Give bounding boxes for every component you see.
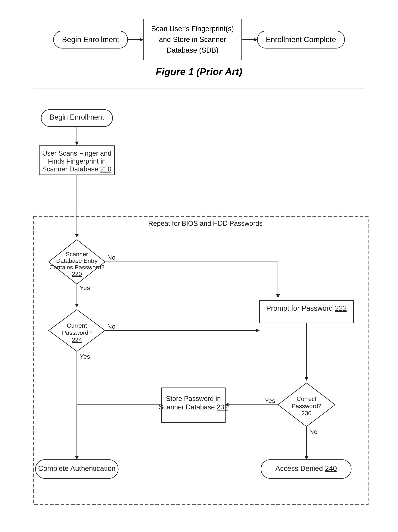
- svg-text:Yes: Yes: [80, 284, 90, 291]
- svg-text:Store Password in: Store Password in: [166, 395, 221, 402]
- svg-marker-51: [305, 456, 308, 460]
- svg-text:Scanner Database 232: Scanner Database 232: [159, 403, 228, 411]
- svg-text:Database Entry: Database Entry: [56, 257, 98, 264]
- svg-text:Password?: Password?: [292, 403, 321, 409]
- figure1: Begin Enrollment Scan User's Fingerprint…: [15, 19, 383, 77]
- svg-marker-20: [276, 294, 280, 298]
- figure2: Repeat for BIOS and HDD Passwords Begin …: [15, 100, 383, 532]
- svg-text:Yes: Yes: [265, 397, 275, 404]
- fig1-begin-node: Begin Enrollment: [53, 31, 128, 49]
- figure2-flowchart: Repeat for BIOS and HDD Passwords Begin …: [20, 100, 378, 532]
- svg-text:Complete Authentication: Complete Authentication: [38, 464, 116, 472]
- svg-text:Yes: Yes: [80, 353, 90, 360]
- svg-text:User Scans Finger and: User Scans Finger and: [42, 149, 111, 157]
- svg-text:Prompt for Password 222: Prompt for Password 222: [266, 304, 347, 312]
- svg-text:Scanner: Scanner: [66, 251, 88, 258]
- fig1-complete-node: Enrollment Complete: [257, 31, 345, 49]
- fig1-arrow2: [242, 39, 257, 40]
- svg-marker-11: [75, 234, 79, 237]
- svg-marker-36: [305, 377, 308, 381]
- fig1-arrow1: [128, 39, 143, 40]
- svg-text:220: 220: [72, 271, 82, 277]
- svg-marker-30: [256, 329, 259, 332]
- svg-text:224: 224: [72, 336, 82, 343]
- fig1-flow: Begin Enrollment Scan User's Fingerprint…: [15, 19, 383, 60]
- svg-marker-23: [75, 304, 79, 307]
- svg-text:Scanner Database 210: Scanner Database 210: [42, 165, 111, 173]
- svg-marker-54: [75, 456, 79, 460]
- svg-text:Repeat for BIOS and HDD Passwo: Repeat for BIOS and HDD Passwords: [148, 220, 263, 227]
- section-divider: [33, 89, 365, 89]
- svg-text:No: No: [309, 428, 317, 435]
- svg-text:Password?: Password?: [62, 329, 92, 336]
- svg-text:Current: Current: [67, 322, 87, 329]
- svg-text:Access Denied 240: Access Denied 240: [275, 464, 337, 472]
- svg-text:No: No: [107, 254, 115, 261]
- svg-text:No: No: [107, 323, 115, 330]
- svg-marker-5: [75, 142, 79, 145]
- svg-text:Finds Fingerprint in: Finds Fingerprint in: [48, 157, 106, 165]
- page: Begin Enrollment Scan User's Fingerprint…: [0, 0, 398, 532]
- svg-text:230: 230: [301, 410, 311, 417]
- fig1-scan-node: Scan User's Fingerprint(s)and Store in S…: [143, 19, 242, 60]
- svg-text:Correct: Correct: [297, 396, 316, 402]
- svg-text:Begin Enrollment: Begin Enrollment: [50, 113, 104, 121]
- fig1-caption: Figure 1 (Prior Art): [15, 66, 383, 77]
- svg-text:Contains Password?: Contains Password?: [49, 264, 104, 271]
